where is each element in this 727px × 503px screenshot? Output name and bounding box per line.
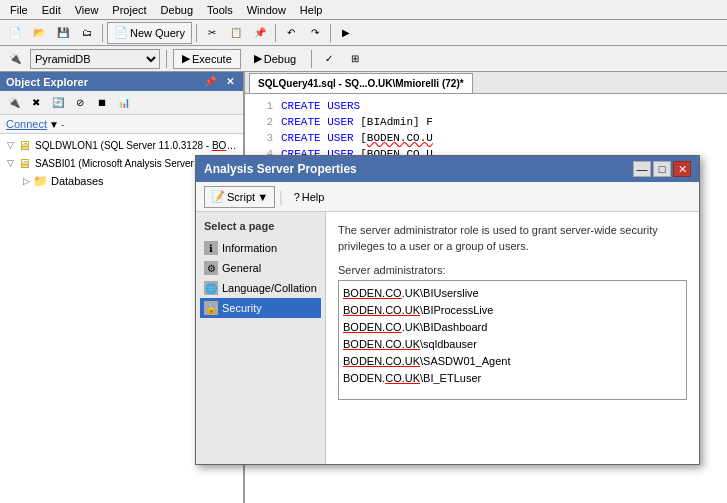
folder-icon-databases: 📁 [32, 173, 48, 189]
sep3 [275, 24, 276, 42]
menu-view[interactable]: View [69, 2, 105, 18]
analysis-server-properties-dialog[interactable]: Analysis Server Properties — □ ✕ 📝 Scrip… [195, 155, 700, 465]
admin-entry-4: BODEN.CO.UK\SASDW01_Agent [343, 353, 682, 370]
line-num-3: 3 [249, 130, 273, 146]
execute-label: Execute [192, 53, 232, 65]
sql-line-2: 2 CREATE USER [BIAdmin] F [249, 114, 723, 130]
page-item-language[interactable]: 🌐 Language/Collation [200, 278, 321, 298]
script-icon: 📝 [211, 190, 225, 203]
connect-link[interactable]: Connect [6, 118, 47, 130]
page-icon-language: 🌐 [204, 281, 218, 295]
sql-tab-bar: SQLQuery41.sql - SQ...O.UK\Mmiorelli (72… [245, 72, 727, 94]
toolbar-sep-dialog: | [279, 189, 283, 205]
menu-edit[interactable]: Edit [36, 2, 67, 18]
admin-entry-5: BODEN.CO.UK\BI_ETLuser [343, 370, 682, 387]
server-icon-sasbi01: 🖥 [16, 155, 32, 171]
open-file-btn[interactable]: 📂 [28, 22, 50, 44]
help-label: Help [302, 191, 325, 203]
oe-close-icon[interactable]: ✕ [223, 75, 237, 88]
admin-entry-3: BODEN.CO.UK\sqldbauser [343, 336, 682, 353]
page-label-security: Security [222, 302, 262, 314]
expand-databases[interactable]: ▷ [20, 175, 32, 187]
connect-sql-btn[interactable]: 🔌 [4, 48, 26, 70]
start-debug-btn[interactable]: ▶ [335, 22, 357, 44]
connect-separator: - [61, 119, 64, 130]
dialog-titlebar: Analysis Server Properties — □ ✕ [196, 156, 699, 182]
dialog-title: Analysis Server Properties [204, 162, 357, 176]
debug-button[interactable]: ▶ Debug [245, 49, 305, 69]
oe-disconnect-btn[interactable]: ✖ [26, 94, 46, 112]
execute-button[interactable]: ▶ Execute [173, 49, 241, 69]
cut-btn[interactable]: ✂ [201, 22, 223, 44]
new-file-btn[interactable]: 📄 [4, 22, 26, 44]
debug-icon: ▶ [254, 52, 262, 65]
oe-pin-icon[interactable]: 📌 [201, 75, 219, 88]
page-item-security[interactable]: 🔒 Security [200, 298, 321, 318]
node-databases-label: Databases [51, 175, 104, 187]
sql-code-2: CREATE USER [BIAdmin] F [281, 114, 433, 130]
sql-tab-active[interactable]: SQLQuery41.sql - SQ...O.UK\Mmiorelli (72… [249, 73, 473, 93]
oe-refresh-btn[interactable]: 🔄 [48, 94, 68, 112]
page-icon-general: ⚙ [204, 261, 218, 275]
main-toolbar: 📄 📂 💾 🗂 📄 New Query ✂ 📋 📌 ↶ ↷ ▶ [0, 20, 727, 46]
sep4 [330, 24, 331, 42]
admins-label: Server administrators: [338, 264, 687, 276]
oe-new-btn[interactable]: 🔌 [4, 94, 24, 112]
dialog-title-buttons: — □ ✕ [633, 161, 691, 177]
oe-stop-btn[interactable]: ⏹ [92, 94, 112, 112]
save-all-btn[interactable]: 🗂 [76, 22, 98, 44]
admins-list[interactable]: BODEN.CO.UK\BIUserslive BODEN.CO.UK\BIPr… [338, 280, 687, 400]
parse-btn[interactable]: ✓ [318, 48, 340, 70]
sql-toolbar: 🔌 PyramidDB ▶ Execute ▶ Debug ✓ ⊞ [0, 46, 727, 72]
pages-label: Select a page [200, 220, 321, 232]
menu-debug[interactable]: Debug [155, 2, 199, 18]
page-item-information[interactable]: ℹ Information [200, 238, 321, 258]
help-button[interactable]: ? Help [287, 186, 332, 208]
tree-node-sqldwlon1[interactable]: ▽ 🖥 SQLDWLON1 (SQL Server 11.0.3128 - BO… [0, 136, 243, 154]
sep6 [311, 50, 312, 68]
content-description: The server administrator role is used to… [338, 222, 687, 254]
new-query-button[interactable]: 📄 New Query [107, 22, 192, 44]
new-query-icon: 📄 [114, 26, 128, 39]
menu-project[interactable]: Project [106, 2, 152, 18]
node-sqldwlon1-label: SQLDWLON1 (SQL Server 11.0.3128 - BODEN.… [35, 140, 239, 151]
menu-tools[interactable]: Tools [201, 2, 239, 18]
menu-help[interactable]: Help [294, 2, 329, 18]
debug-label: Debug [264, 53, 296, 65]
redo-btn[interactable]: ↷ [304, 22, 326, 44]
script-button[interactable]: 📝 Script ▼ [204, 186, 275, 208]
menu-window[interactable]: Window [241, 2, 292, 18]
save-btn[interactable]: 💾 [52, 22, 74, 44]
expand-sasbi01[interactable]: ▽ [4, 157, 16, 169]
dialog-minimize-btn[interactable]: — [633, 161, 651, 177]
new-query-label: New Query [130, 27, 185, 39]
oe-title-icons: 📌 ✕ [201, 75, 237, 88]
page-item-general[interactable]: ⚙ General [200, 258, 321, 278]
menu-file[interactable]: File [4, 2, 34, 18]
content-panel: The server administrator role is used to… [326, 212, 699, 464]
dialog-restore-btn[interactable]: □ [653, 161, 671, 177]
sql-line-3: 3 CREATE USER [BODEN.CO.U [249, 130, 723, 146]
sql-code-1: CREATE USERS [281, 98, 360, 114]
sep5 [166, 50, 167, 68]
paste-btn[interactable]: 📌 [249, 22, 271, 44]
undo-btn[interactable]: ↶ [280, 22, 302, 44]
results-btn[interactable]: ⊞ [344, 48, 366, 70]
page-label-information: Information [222, 242, 277, 254]
connect-dropdown[interactable]: ▼ [49, 119, 59, 130]
copy-btn[interactable]: 📋 [225, 22, 247, 44]
help-icon: ? [294, 191, 300, 203]
sep1 [102, 24, 103, 42]
expand-sqldwlon1[interactable]: ▽ [4, 139, 16, 151]
script-dropdown-icon: ▼ [257, 191, 268, 203]
execute-icon: ▶ [182, 52, 190, 65]
oe-filter-btn[interactable]: ⊘ [70, 94, 90, 112]
database-selector[interactable]: PyramidDB [30, 49, 160, 69]
line-num-2: 2 [249, 114, 273, 130]
oe-report-btn[interactable]: 📊 [114, 94, 134, 112]
admin-entry-1: BODEN.CO.UK\BIProcessLive [343, 302, 682, 319]
line-num-1: 1 [249, 98, 273, 114]
dialog-close-btn[interactable]: ✕ [673, 161, 691, 177]
sql-tab-label: SQLQuery41.sql - SQ...O.UK\Mmiorelli (72… [258, 78, 464, 89]
pages-panel: Select a page ℹ Information ⚙ General 🌐 … [196, 212, 326, 464]
